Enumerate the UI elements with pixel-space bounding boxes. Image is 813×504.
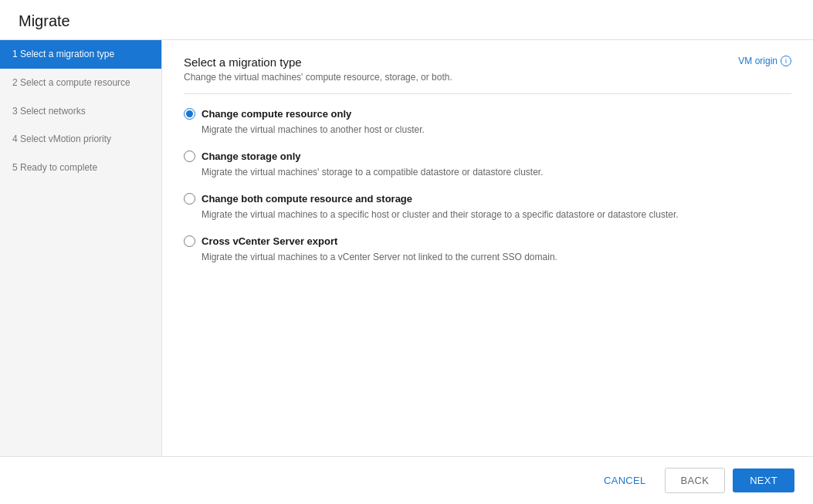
radio-option-compute-only: Change compute resource only Migrate the… [184,108,791,137]
back-button[interactable]: BACK [665,468,726,493]
radio-both[interactable] [184,193,195,205]
vm-origin-link[interactable]: VM origin i [738,56,791,66]
content-title: Select a migration type [184,56,302,69]
radio-option-both: Change both compute resource and storage… [184,193,791,222]
radio-group: Change compute resource only Migrate the… [184,108,791,264]
radio-option-storage-only: Change storage only Migrate the virtual … [184,151,791,179]
info-icon: i [781,56,791,66]
radio-compute-only[interactable] [184,108,195,120]
sidebar-item-step4: 4 Select vMotion priority [0,125,161,154]
sidebar: 1 Select a migration type 2 Select a com… [0,40,162,456]
page-header: Migrate [0,0,813,40]
radio-label-compute-only[interactable]: Change compute resource only [202,108,351,120]
migrate-dialog: Migrate 1 Select a migration type 2 Sele… [0,0,813,504]
next-button[interactable]: NEXT [733,468,794,492]
content-area: Select a migration type VM origin i Chan… [162,40,813,456]
radio-label-cross-vcenter[interactable]: Cross vCenter Server export [202,235,337,247]
sidebar-item-step2: 2 Select a compute resource [0,69,161,97]
cancel-button[interactable]: CANCEL [593,468,657,492]
sidebar-item-step5: 5 Ready to complete [0,154,161,182]
radio-cross-vcenter[interactable] [184,235,195,247]
main-content: 1 Select a migration type 2 Select a com… [0,40,813,456]
radio-label-storage-only[interactable]: Change storage only [202,151,301,162]
radio-option-cross-vcenter: Cross vCenter Server export Migrate the … [184,235,791,264]
footer: CANCEL BACK NEXT [0,456,813,504]
radio-desc-both: Migrate the virtual machines to a specif… [202,208,791,222]
content-subtitle: Change the virtual machines' compute res… [184,72,791,83]
radio-desc-cross-vcenter: Migrate the virtual machines to a vCente… [202,250,791,264]
radio-storage-only[interactable] [184,151,195,162]
sidebar-item-step3: 3 Select networks [0,97,161,126]
sidebar-item-step1[interactable]: 1 Select a migration type [0,40,161,69]
radio-label-both[interactable]: Change both compute resource and storage [202,193,412,205]
content-header: Select a migration type VM origin i [184,56,791,69]
page-title: Migrate [19,12,794,30]
divider [184,93,791,94]
radio-desc-storage-only: Migrate the virtual machines' storage to… [202,165,791,179]
radio-desc-compute-only: Migrate the virtual machines to another … [202,123,791,137]
